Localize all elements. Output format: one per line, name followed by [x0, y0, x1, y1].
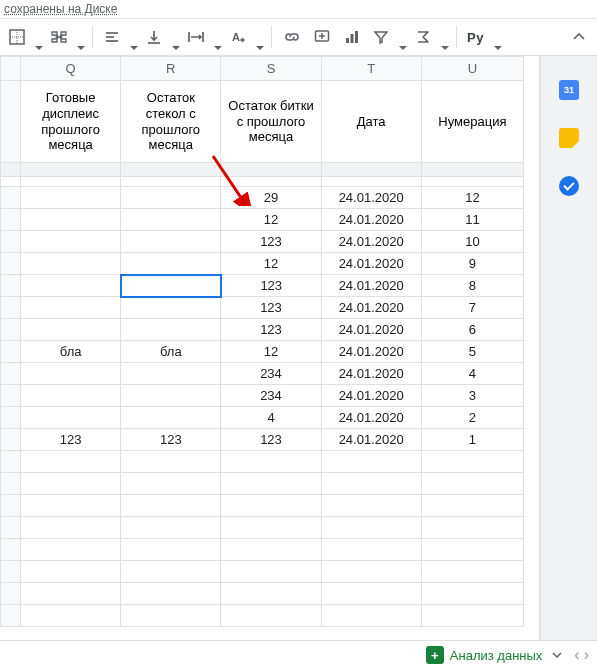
header-cell[interactable]: Остаток стекол с прошлого месяца [121, 81, 221, 163]
cell[interactable] [421, 177, 523, 187]
row-header[interactable] [1, 517, 21, 539]
row-header[interactable] [1, 451, 21, 473]
cell[interactable]: 1 [421, 429, 523, 451]
header-cell[interactable]: Нумерация [421, 81, 523, 163]
valign-button[interactable] [141, 23, 181, 51]
cell[interactable] [121, 495, 221, 517]
row-header[interactable] [1, 209, 21, 231]
cell[interactable]: 24.01.2020 [321, 231, 421, 253]
cell[interactable] [421, 163, 523, 177]
addon-ruby-button[interactable]: Рy [463, 23, 503, 51]
cell[interactable]: 24.01.2020 [321, 363, 421, 385]
scroll-left-button[interactable]: ‹ [574, 646, 579, 664]
cell[interactable]: 4 [421, 363, 523, 385]
cell[interactable] [321, 473, 421, 495]
filter-button[interactable] [368, 23, 408, 51]
cell[interactable] [21, 451, 121, 473]
cell[interactable]: бла [21, 341, 121, 363]
cell[interactable] [21, 583, 121, 605]
column-header[interactable]: T [321, 57, 421, 81]
borders-button[interactable] [4, 23, 44, 51]
column-header[interactable]: S [221, 57, 321, 81]
cell[interactable]: 24.01.2020 [321, 275, 421, 297]
cell[interactable]: 12 [421, 187, 523, 209]
cell[interactable] [21, 517, 121, 539]
column-header[interactable]: U [421, 57, 523, 81]
insert-link-button[interactable] [278, 23, 306, 51]
cell[interactable] [121, 297, 221, 319]
cell[interactable] [21, 561, 121, 583]
cell[interactable]: 123 [221, 231, 321, 253]
cell[interactable]: 3 [421, 385, 523, 407]
cell[interactable]: 24.01.2020 [321, 341, 421, 363]
row-header[interactable] [1, 473, 21, 495]
cell[interactable] [121, 473, 221, 495]
spreadsheet-grid[interactable]: QRSTUГотовые дисплеис прошлого месяцаОст… [0, 56, 540, 640]
insert-chart-button[interactable] [338, 23, 366, 51]
cell[interactable] [421, 605, 523, 627]
row-header[interactable] [1, 429, 21, 451]
cell[interactable]: 24.01.2020 [321, 319, 421, 341]
cell[interactable]: 5 [421, 341, 523, 363]
cell[interactable] [121, 561, 221, 583]
cell[interactable]: 24.01.2020 [321, 187, 421, 209]
explore-button[interactable]: Анализ данных [426, 646, 567, 664]
keep-icon[interactable] [555, 124, 583, 152]
cell[interactable]: 12 [221, 209, 321, 231]
cell[interactable] [121, 231, 221, 253]
cell[interactable]: 4 [221, 407, 321, 429]
cell[interactable] [121, 517, 221, 539]
cell[interactable] [21, 407, 121, 429]
row-header[interactable] [1, 253, 21, 275]
corner-cell[interactable] [1, 57, 21, 81]
insert-comment-button[interactable] [308, 23, 336, 51]
cell[interactable] [121, 275, 221, 297]
cell[interactable] [321, 177, 421, 187]
cell[interactable] [421, 517, 523, 539]
cell[interactable] [221, 539, 321, 561]
cell[interactable] [121, 539, 221, 561]
cell[interactable] [321, 451, 421, 473]
cell[interactable] [321, 163, 421, 177]
cell[interactable] [321, 539, 421, 561]
cell[interactable] [421, 539, 523, 561]
cell[interactable] [21, 163, 121, 177]
cell[interactable] [1, 177, 21, 187]
cell[interactable]: бла [121, 341, 221, 363]
cell[interactable]: 123 [221, 429, 321, 451]
cell[interactable] [121, 583, 221, 605]
cell[interactable] [21, 177, 121, 187]
cell[interactable] [21, 605, 121, 627]
row-header[interactable] [1, 187, 21, 209]
cell[interactable] [421, 561, 523, 583]
cell[interactable] [21, 275, 121, 297]
cell[interactable] [321, 605, 421, 627]
wrap-button[interactable] [183, 23, 223, 51]
cell[interactable] [121, 209, 221, 231]
cell[interactable] [121, 177, 221, 187]
cell[interactable]: 123 [21, 429, 121, 451]
cell[interactable] [21, 209, 121, 231]
cell[interactable] [121, 605, 221, 627]
row-header[interactable] [1, 385, 21, 407]
cell[interactable]: 9 [421, 253, 523, 275]
cell[interactable] [121, 407, 221, 429]
row-header[interactable] [1, 81, 21, 163]
cell[interactable] [221, 451, 321, 473]
row-header[interactable] [1, 495, 21, 517]
cell[interactable] [221, 517, 321, 539]
cell[interactable]: 24.01.2020 [321, 253, 421, 275]
cell[interactable]: 234 [221, 385, 321, 407]
cell[interactable] [121, 451, 221, 473]
cell[interactable] [421, 473, 523, 495]
row-header[interactable] [1, 297, 21, 319]
cell[interactable] [121, 385, 221, 407]
cell[interactable] [321, 517, 421, 539]
cell[interactable] [21, 231, 121, 253]
cell[interactable]: 11 [421, 209, 523, 231]
cell[interactable] [421, 451, 523, 473]
rotate-text-button[interactable]: A [225, 23, 265, 51]
cell[interactable]: 6 [421, 319, 523, 341]
merge-cells-button[interactable] [46, 23, 86, 51]
header-cell[interactable]: Дата [321, 81, 421, 163]
